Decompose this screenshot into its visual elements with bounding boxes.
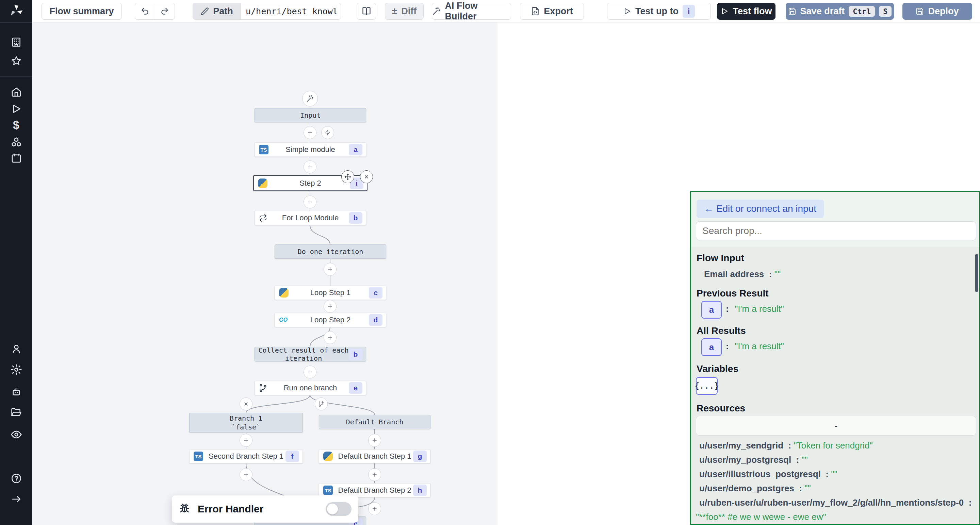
wand-icon	[306, 95, 314, 102]
undo-button[interactable]	[135, 3, 155, 19]
flow-node-branch1[interactable]: Branch 1 `false`	[189, 413, 303, 433]
help-icon[interactable]	[11, 473, 22, 484]
flow-node-simple-module[interactable]: TS Simple module a	[255, 143, 366, 157]
flow-node-loop-step1[interactable]: Loop Step 1 c	[275, 285, 386, 300]
resource-row[interactable]: u/user/my_postgresql : ""	[699, 452, 975, 467]
search-prop-input[interactable]	[696, 221, 976, 240]
prev-result-value[interactable]: "I'm a result"	[735, 304, 784, 314]
flow-doc-button[interactable]	[356, 3, 376, 20]
all-results-value[interactable]: "I'm a result"	[735, 341, 784, 352]
favorites-star-icon[interactable]	[11, 56, 22, 66]
resource-row[interactable]: u/user/demo_postgres : ""	[699, 481, 975, 495]
save-icon	[916, 7, 924, 15]
add-step-button[interactable]	[240, 434, 253, 447]
diff-button[interactable]: ± Diff	[385, 3, 424, 20]
path-group: Path	[192, 3, 341, 20]
typescript-icon: TS	[323, 485, 333, 495]
flow-node-input[interactable]: Input	[255, 108, 366, 122]
flow-node-loop-step2[interactable]: GO Loop Step 2 d	[275, 313, 386, 327]
add-branch-button[interactable]	[315, 398, 328, 411]
path-label: Path	[213, 6, 233, 17]
panel-scrollbar-thumb[interactable]	[975, 254, 978, 292]
export-button[interactable]: Export	[520, 3, 584, 20]
resource-row-value[interactable]: "**foo** #e we w wewe - ewe ew"	[696, 510, 975, 524]
test-flow-button[interactable]: Test flow	[717, 3, 775, 20]
flow-node-second-branch-step1[interactable]: TS Second Branch Step 1 f	[189, 449, 303, 463]
book-open-icon	[362, 6, 371, 16]
settings-gear-icon[interactable]	[11, 364, 22, 375]
error-handler-label: Error Handler	[198, 503, 326, 515]
add-step-button[interactable]	[324, 263, 337, 276]
python-icon	[258, 179, 267, 188]
add-step-button[interactable]	[304, 160, 317, 173]
users-person-icon[interactable]	[11, 343, 22, 354]
windmill-logo-icon[interactable]	[9, 4, 24, 19]
variables-dollar-icon[interactable]: $	[13, 118, 19, 132]
add-step-button[interactable]	[324, 331, 337, 344]
add-step-button[interactable]	[240, 468, 253, 481]
delete-step-button[interactable]	[360, 170, 373, 183]
redo-button[interactable]	[155, 3, 175, 19]
test-up-to-button[interactable]: Test up to i	[607, 3, 711, 20]
flow-node-collect-result[interactable]: Collect result of each iteration b	[255, 347, 366, 362]
resources-filter-box[interactable]: -	[696, 416, 976, 436]
edit-path-button[interactable]: Path	[193, 3, 241, 19]
repeat-icon	[259, 214, 267, 222]
add-step-button[interactable]	[368, 502, 381, 515]
resources-boxes-icon[interactable]	[11, 137, 22, 148]
flow-input-row[interactable]: Email address : ""	[704, 267, 781, 281]
step-id-badge: d	[369, 314, 382, 326]
move-step-button[interactable]	[341, 170, 354, 183]
add-step-button[interactable]	[368, 434, 381, 447]
resource-row[interactable]: u/ruben-user/u/ruben-user/my_flow_2/g/al…	[699, 495, 975, 510]
flow-node-do-one-iteration[interactable]: Do one iteration	[275, 244, 386, 259]
resources-list: u/user/my_sendgrid : "Token for sendgrid…	[699, 438, 975, 524]
flow-node-run-one-branch[interactable]: Run one branch e	[255, 381, 366, 395]
resource-row[interactable]: u/user/my_sendgrid : "Token for sendgrid…	[699, 438, 975, 452]
save-draft-label: Save draft	[800, 6, 845, 17]
deploy-button[interactable]: Deploy	[902, 3, 972, 20]
connect-input-panel: ← Edit or connect an input Flow Input Em…	[690, 191, 980, 525]
save-icon	[788, 7, 796, 15]
kbd-s: S	[879, 6, 891, 17]
step-id-badge: h	[413, 485, 427, 496]
flow-node-default-branch-step1[interactable]: Default Branch Step 1 g	[319, 449, 430, 463]
close-icon	[364, 174, 369, 179]
remove-branch-button[interactable]	[240, 398, 253, 411]
add-step-button[interactable]	[368, 468, 381, 481]
section-resources: Resources	[697, 403, 745, 414]
all-results-chip-a[interactable]: a	[701, 338, 722, 356]
test-flow-label: Test flow	[733, 6, 772, 17]
schedules-calendar-icon[interactable]	[11, 153, 22, 163]
add-step-button[interactable]	[304, 195, 317, 208]
add-step-button[interactable]	[304, 366, 317, 379]
ai-wand-circle-button[interactable]	[302, 91, 318, 106]
edit-or-connect-button[interactable]: ← Edit or connect an input	[697, 200, 824, 218]
flow-node-for-loop[interactable]: For Loop Module b	[255, 211, 366, 225]
prev-result-chip-a[interactable]: a	[701, 301, 722, 319]
bug-icon	[179, 503, 190, 515]
workspace-icon[interactable]	[11, 37, 22, 48]
path-input[interactable]	[241, 3, 340, 19]
resource-row[interactable]: u/user/illustrious_postgresql : ""	[699, 467, 975, 481]
runs-play-icon[interactable]	[11, 103, 22, 114]
file-code-icon	[531, 7, 540, 16]
section-all-results: All Results	[697, 325, 746, 336]
folders-icon[interactable]	[11, 407, 22, 418]
ai-flow-builder-button[interactable]: AI Flow Builder	[432, 3, 511, 20]
variables-object-chip[interactable]: {...}	[696, 377, 718, 395]
flow-summary-button[interactable]: Flow summary	[41, 3, 122, 20]
collapse-arrow-icon[interactable]	[11, 494, 22, 504]
audit-eye-icon[interactable]	[11, 429, 22, 440]
app-sidebar: $	[0, 0, 32, 525]
go-icon: GO	[279, 317, 288, 323]
save-draft-button[interactable]: Save draft Ctrl S	[786, 3, 894, 20]
error-handler-toggle[interactable]	[326, 502, 352, 516]
flow-node-default-branch[interactable]: Default Branch	[319, 415, 430, 429]
home-icon[interactable]	[11, 87, 22, 98]
add-step-button[interactable]	[324, 300, 337, 313]
workers-robot-icon[interactable]	[11, 386, 22, 397]
add-step-button[interactable]	[304, 126, 317, 139]
diff-label: Diff	[401, 6, 417, 17]
add-trigger-button[interactable]	[321, 126, 334, 139]
